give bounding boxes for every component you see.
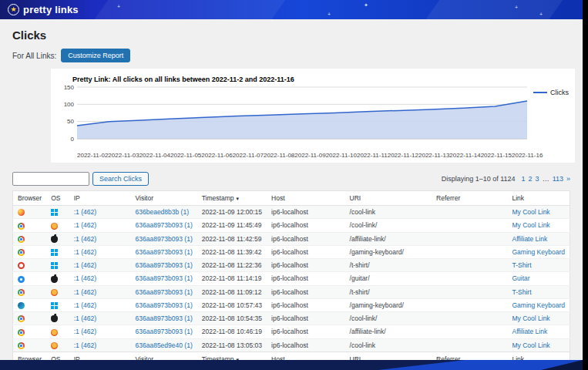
column-header-visitor[interactable]: Visitor (131, 191, 197, 206)
linux-icon (51, 342, 58, 349)
link-name-link[interactable]: Affiliate Link (512, 328, 547, 335)
header-decor-stripe (419, 0, 567, 19)
brand-name: pretty links (23, 4, 79, 15)
chrome-icon (18, 342, 25, 349)
page-link[interactable]: 113 (553, 175, 563, 183)
link-name-link[interactable]: Gaming Keyboard (512, 301, 565, 309)
ip-link[interactable]: :1 (462) (74, 274, 96, 282)
legend-label: Clicks (550, 89, 569, 96)
for-all-links-label: For All Links: (12, 52, 56, 60)
host-cell: ip6-localhost (267, 245, 345, 258)
table-row: :1 (462) 636aa85ed9e40 (1) 2022-11-08 13… (13, 338, 570, 352)
page-link[interactable]: 3 (536, 175, 539, 183)
table-body: :1 (462) 636beaed8b3b (1) 2022-11-09 12:… (13, 206, 570, 352)
column-header-referrer[interactable]: Referrer (432, 191, 507, 206)
sparkle-icon: + (328, 12, 331, 17)
referrer-cell (432, 285, 507, 298)
windows-icon (51, 302, 58, 309)
visitor-link[interactable]: 636aa8973b093 (1) (136, 235, 193, 243)
host-cell: ip6-localhost (267, 338, 345, 352)
chrome-icon (18, 249, 25, 256)
referrer-cell (432, 245, 507, 258)
timestamp-cell: 2022-11-08 11:42:59 (197, 232, 267, 245)
pagination: Displaying 1–10 of 1124123…113» (442, 175, 570, 183)
x-tick-label: 2022-11-15 (481, 152, 512, 159)
column-header-timestamp[interactable]: Timestamp ▼ (197, 191, 267, 206)
link-name-link[interactable]: T-Shirt (512, 261, 531, 269)
referrer-cell (432, 219, 507, 232)
link-name-link[interactable]: My Cool Link (512, 314, 549, 322)
next-pages-link[interactable]: » (566, 175, 570, 183)
x-tick-label: 2022-11-09 (294, 152, 325, 159)
table-row: :1 (462) 636aa8973b093 (1) 2022-11-08 10… (13, 298, 570, 311)
visitor-link[interactable]: 636beaed8b3b (1) (136, 208, 189, 216)
visitor-link[interactable]: 636aa8973b093 (1) (136, 248, 193, 256)
windows-icon (51, 249, 58, 256)
ip-link[interactable]: :1 (462) (74, 301, 96, 309)
link-name-link[interactable]: My Cool Link (512, 208, 549, 216)
table-row: :1 (462) 636aa8973b093 (1) 2022-11-08 10… (13, 312, 570, 325)
link-name-link[interactable]: T-Shirt (512, 288, 531, 296)
column-header-browser[interactable]: Browser (13, 191, 47, 206)
uri-cell: /t-shirt/ (345, 285, 432, 298)
table-row: :1 (462) 636aa8973b093 (1) 2022-11-08 10… (13, 325, 570, 338)
search-input[interactable] (12, 172, 89, 186)
table-row: :1 (462) 636beaed8b3b (1) 2022-11-09 12:… (13, 206, 570, 219)
timestamp-cell: 2022-11-08 11:09:12 (197, 285, 267, 298)
x-tick-label: 2022-11-16 (512, 152, 543, 159)
edge-icon (18, 302, 25, 309)
linux-icon (51, 329, 58, 336)
column-header-ip[interactable]: IP (69, 191, 131, 206)
ip-link[interactable]: :1 (462) (74, 221, 96, 229)
clicks-chart-card: Pretty Link: All clicks on all links bet… (51, 69, 575, 163)
page-link[interactable]: 1 (522, 175, 526, 183)
table-row: :1 (462) 636aa8973b093 (1) 2022-11-09 11… (13, 219, 570, 232)
visitor-link[interactable]: 636aa8973b093 (1) (136, 274, 193, 282)
host-cell: ip6-localhost (267, 285, 345, 298)
ip-link[interactable]: :1 (462) (74, 208, 96, 216)
ip-link[interactable]: :1 (462) (74, 288, 96, 296)
link-name-link[interactable]: Affiliate Link (512, 235, 547, 243)
timestamp-cell: 2022-11-08 10:57:43 (197, 298, 267, 311)
uri-cell: /gaming-keyboard/ (345, 245, 432, 258)
table-row: :1 (462) 636aa8973b093 (1) 2022-11-08 11… (13, 285, 570, 298)
windows-icon (51, 262, 58, 269)
chart-x-labels: 2022-11-022022-11-032022-11-042022-11-05… (77, 152, 527, 159)
x-tick-label: 2022-11-04 (139, 152, 170, 159)
chrome-icon (18, 223, 25, 230)
link-name-link[interactable]: Guitar (512, 274, 529, 282)
visitor-link[interactable]: 636aa8973b093 (1) (136, 261, 193, 269)
visitor-link[interactable]: 636aa8973b093 (1) (136, 301, 193, 309)
link-name-link[interactable]: Gaming Keyboard (512, 248, 565, 256)
table-row: :1 (462) 636aa8973b093 (1) 2022-11-08 11… (13, 232, 570, 245)
visitor-link[interactable]: 636aa85ed9e40 (1) (136, 341, 193, 349)
host-cell: ip6-localhost (267, 325, 345, 338)
x-tick-label: 2022-11-02 (77, 152, 108, 159)
customize-report-button[interactable]: Customize Report (61, 49, 130, 62)
visitor-link[interactable]: 636aa8973b093 (1) (136, 221, 193, 229)
ip-link[interactable]: :1 (462) (74, 328, 96, 335)
brand-header-bar: + + ✦ + + ★ pretty links (0, 0, 583, 19)
ip-link[interactable]: :1 (462) (74, 314, 96, 322)
sparkle-icon: + (515, 5, 518, 10)
uri-cell: /cool-link (345, 206, 432, 219)
ip-link[interactable]: :1 (462) (74, 248, 96, 256)
chrome-icon (18, 236, 25, 243)
ip-link[interactable]: :1 (462) (74, 341, 96, 349)
ip-link[interactable]: :1 (462) (74, 235, 96, 243)
search-clicks-button[interactable]: Search Clicks (92, 172, 149, 186)
referrer-cell (432, 259, 507, 272)
column-header-link[interactable]: Link (507, 191, 570, 206)
x-tick-label: 2022-11-05 (170, 152, 201, 159)
visitor-link[interactable]: 636aa8973b093 (1) (136, 314, 193, 322)
ip-link[interactable]: :1 (462) (74, 261, 96, 269)
visitor-link[interactable]: 636aa8973b093 (1) (136, 288, 193, 296)
column-header-uri[interactable]: URI (345, 191, 432, 206)
column-header-os[interactable]: OS (46, 191, 69, 206)
link-name-link[interactable]: My Cool Link (512, 221, 549, 229)
x-tick-label: 2022-11-06 (201, 152, 232, 159)
page-link[interactable]: 2 (529, 175, 533, 183)
visitor-link[interactable]: 636aa8973b093 (1) (136, 328, 193, 335)
column-header-host[interactable]: Host (267, 191, 345, 206)
link-name-link[interactable]: My Cool Link (512, 341, 549, 349)
